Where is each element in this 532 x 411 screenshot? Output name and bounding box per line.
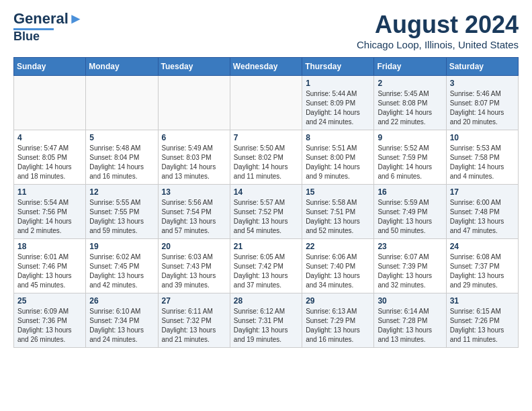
calendar-table: SundayMondayTuesdayWednesdayThursdayFrid… xyxy=(13,57,519,348)
day-info: Sunrise: 6:03 AMSunset: 7:43 PMDaylight:… xyxy=(162,253,226,290)
calendar-cell: 31Sunrise: 6:15 AMSunset: 7:26 PMDayligh… xyxy=(446,293,518,348)
day-number: 18 xyxy=(17,242,82,251)
calendar-week-5: 25Sunrise: 6:09 AMSunset: 7:36 PMDayligh… xyxy=(14,293,519,348)
day-number: 21 xyxy=(234,242,298,251)
calendar-week-4: 18Sunrise: 6:01 AMSunset: 7:46 PMDayligh… xyxy=(14,239,519,293)
day-number: 22 xyxy=(306,242,370,251)
calendar-cell: 29Sunrise: 6:13 AMSunset: 7:29 PMDayligh… xyxy=(302,293,374,348)
calendar-cell: 15Sunrise: 5:58 AMSunset: 7:51 PMDayligh… xyxy=(302,185,374,239)
day-info: Sunrise: 5:50 AMSunset: 8:02 PMDaylight:… xyxy=(234,144,298,181)
weekday-header-monday: Monday xyxy=(86,58,158,76)
day-info: Sunrise: 6:13 AMSunset: 7:29 PMDaylight:… xyxy=(306,307,370,345)
day-info: Sunrise: 6:15 AMSunset: 7:26 PMDaylight:… xyxy=(450,307,515,345)
calendar-header: SundayMondayTuesdayWednesdayThursdayFrid… xyxy=(14,58,519,76)
calendar-cell: 24Sunrise: 6:08 AMSunset: 7:37 PMDayligh… xyxy=(446,239,518,293)
calendar-cell: 18Sunrise: 6:01 AMSunset: 7:46 PMDayligh… xyxy=(14,239,86,293)
calendar-cell: 7Sunrise: 5:50 AMSunset: 8:02 PMDaylight… xyxy=(230,130,302,185)
calendar-cell: 26Sunrise: 6:10 AMSunset: 7:34 PMDayligh… xyxy=(86,293,158,348)
calendar-cell: 2Sunrise: 5:45 AMSunset: 8:08 PMDaylight… xyxy=(374,76,446,130)
logo: General► Blue xyxy=(13,11,83,44)
day-info: Sunrise: 6:14 AMSunset: 7:28 PMDaylight:… xyxy=(378,307,442,345)
day-number: 3 xyxy=(450,79,515,88)
day-number: 17 xyxy=(450,187,515,197)
day-number: 16 xyxy=(378,187,442,197)
title-section: August 2024 Chicago Loop, Illinois, Unit… xyxy=(357,11,519,50)
day-info: Sunrise: 6:08 AMSunset: 7:37 PMDaylight:… xyxy=(450,253,515,290)
calendar-cell: 3Sunrise: 5:46 AMSunset: 8:07 PMDaylight… xyxy=(446,76,518,130)
calendar-cell xyxy=(230,76,302,130)
day-number: 11 xyxy=(17,187,82,197)
calendar-cell: 11Sunrise: 5:54 AMSunset: 7:56 PMDayligh… xyxy=(14,185,86,239)
day-info: Sunrise: 5:55 AMSunset: 7:55 PMDaylight:… xyxy=(89,198,154,236)
calendar-cell: 27Sunrise: 6:11 AMSunset: 7:32 PMDayligh… xyxy=(158,293,230,348)
calendar-cell: 5Sunrise: 5:48 AMSunset: 8:04 PMDaylight… xyxy=(86,130,158,185)
calendar-cell: 20Sunrise: 6:03 AMSunset: 7:43 PMDayligh… xyxy=(158,239,230,293)
logo-subtext: Blue xyxy=(13,30,40,44)
day-info: Sunrise: 5:48 AMSunset: 8:04 PMDaylight:… xyxy=(89,144,154,181)
weekday-header-saturday: Saturday xyxy=(446,58,518,76)
day-info: Sunrise: 5:58 AMSunset: 7:51 PMDaylight:… xyxy=(306,198,370,236)
calendar-cell: 23Sunrise: 6:07 AMSunset: 7:39 PMDayligh… xyxy=(374,239,446,293)
day-info: Sunrise: 5:53 AMSunset: 7:58 PMDaylight:… xyxy=(450,144,515,181)
day-number: 19 xyxy=(89,242,154,251)
weekday-row: SundayMondayTuesdayWednesdayThursdayFrid… xyxy=(14,58,519,76)
page-header: General► Blue August 2024 Chicago Loop, … xyxy=(13,11,519,50)
day-number: 30 xyxy=(378,296,442,306)
calendar-cell: 21Sunrise: 6:05 AMSunset: 7:42 PMDayligh… xyxy=(230,239,302,293)
day-info: Sunrise: 5:45 AMSunset: 8:08 PMDaylight:… xyxy=(378,89,442,127)
calendar-week-3: 11Sunrise: 5:54 AMSunset: 7:56 PMDayligh… xyxy=(14,185,519,239)
day-info: Sunrise: 5:52 AMSunset: 7:59 PMDaylight:… xyxy=(378,144,442,181)
day-number: 2 xyxy=(378,79,442,88)
logo-text: General► xyxy=(13,11,83,27)
day-info: Sunrise: 6:07 AMSunset: 7:39 PMDaylight:… xyxy=(378,253,442,290)
day-number: 5 xyxy=(89,133,154,142)
calendar-cell: 17Sunrise: 6:00 AMSunset: 7:48 PMDayligh… xyxy=(446,185,518,239)
day-info: Sunrise: 6:11 AMSunset: 7:32 PMDaylight:… xyxy=(162,307,226,345)
day-number: 6 xyxy=(162,133,226,142)
location-title: Chicago Loop, Illinois, United States xyxy=(357,39,519,50)
day-number: 25 xyxy=(17,296,82,306)
weekday-header-friday: Friday xyxy=(374,58,446,76)
calendar-cell: 12Sunrise: 5:55 AMSunset: 7:55 PMDayligh… xyxy=(86,185,158,239)
day-number: 26 xyxy=(89,296,154,306)
day-number: 4 xyxy=(17,133,82,142)
day-number: 9 xyxy=(378,133,442,142)
day-number: 7 xyxy=(234,133,298,142)
weekday-header-thursday: Thursday xyxy=(302,58,374,76)
day-number: 15 xyxy=(306,187,370,197)
day-info: Sunrise: 6:12 AMSunset: 7:31 PMDaylight:… xyxy=(234,307,298,345)
day-info: Sunrise: 5:47 AMSunset: 8:05 PMDaylight:… xyxy=(17,144,82,181)
calendar-cell: 28Sunrise: 6:12 AMSunset: 7:31 PMDayligh… xyxy=(230,293,302,348)
day-info: Sunrise: 6:09 AMSunset: 7:36 PMDaylight:… xyxy=(17,307,82,345)
calendar-cell: 10Sunrise: 5:53 AMSunset: 7:58 PMDayligh… xyxy=(446,130,518,185)
day-info: Sunrise: 5:56 AMSunset: 7:54 PMDaylight:… xyxy=(162,198,226,236)
day-number: 31 xyxy=(450,296,515,306)
day-number: 28 xyxy=(234,296,298,306)
day-info: Sunrise: 5:49 AMSunset: 8:03 PMDaylight:… xyxy=(162,144,226,181)
day-info: Sunrise: 6:10 AMSunset: 7:34 PMDaylight:… xyxy=(89,307,154,345)
day-info: Sunrise: 6:01 AMSunset: 7:46 PMDaylight:… xyxy=(17,253,82,290)
day-number: 29 xyxy=(306,296,370,306)
day-info: Sunrise: 6:06 AMSunset: 7:40 PMDaylight:… xyxy=(306,253,370,290)
calendar-cell: 13Sunrise: 5:56 AMSunset: 7:54 PMDayligh… xyxy=(158,185,230,239)
calendar-cell: 30Sunrise: 6:14 AMSunset: 7:28 PMDayligh… xyxy=(374,293,446,348)
calendar-cell: 14Sunrise: 5:57 AMSunset: 7:52 PMDayligh… xyxy=(230,185,302,239)
weekday-header-tuesday: Tuesday xyxy=(158,58,230,76)
weekday-header-sunday: Sunday xyxy=(14,58,86,76)
day-number: 10 xyxy=(450,133,515,142)
day-info: Sunrise: 5:46 AMSunset: 8:07 PMDaylight:… xyxy=(450,89,515,127)
day-number: 27 xyxy=(162,296,226,306)
day-info: Sunrise: 5:54 AMSunset: 7:56 PMDaylight:… xyxy=(17,198,82,236)
calendar-cell: 16Sunrise: 5:59 AMSunset: 7:49 PMDayligh… xyxy=(374,185,446,239)
day-number: 20 xyxy=(162,242,226,251)
calendar-cell: 1Sunrise: 5:44 AMSunset: 8:09 PMDaylight… xyxy=(302,76,374,130)
calendar-cell: 6Sunrise: 5:49 AMSunset: 8:03 PMDaylight… xyxy=(158,130,230,185)
calendar-cell xyxy=(86,76,158,130)
day-info: Sunrise: 6:05 AMSunset: 7:42 PMDaylight:… xyxy=(234,253,298,290)
calendar-week-2: 4Sunrise: 5:47 AMSunset: 8:05 PMDaylight… xyxy=(14,130,519,185)
calendar-cell: 19Sunrise: 6:02 AMSunset: 7:45 PMDayligh… xyxy=(86,239,158,293)
calendar-cell xyxy=(158,76,230,130)
day-number: 14 xyxy=(234,187,298,197)
day-info: Sunrise: 5:57 AMSunset: 7:52 PMDaylight:… xyxy=(234,198,298,236)
day-number: 12 xyxy=(89,187,154,197)
